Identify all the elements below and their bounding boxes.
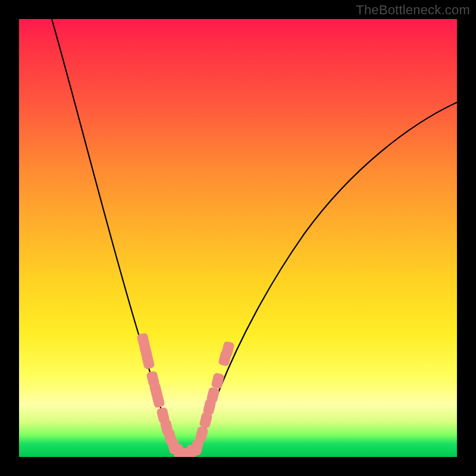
watermark-text: TheBottleneck.com	[356, 2, 470, 18]
curve-group	[52, 19, 457, 455]
left-curve	[52, 19, 181, 455]
right-curve	[190, 102, 457, 455]
marker-layer	[136, 333, 235, 457]
chart-frame: TheBottleneck.com	[0, 0, 476, 476]
plot-area	[19, 19, 457, 457]
data-marker	[177, 448, 192, 457]
data-marker	[211, 372, 225, 390]
data-marker	[151, 392, 165, 409]
chart-svg	[19, 19, 457, 457]
data-marker	[199, 412, 213, 429]
data-marker	[141, 353, 155, 370]
